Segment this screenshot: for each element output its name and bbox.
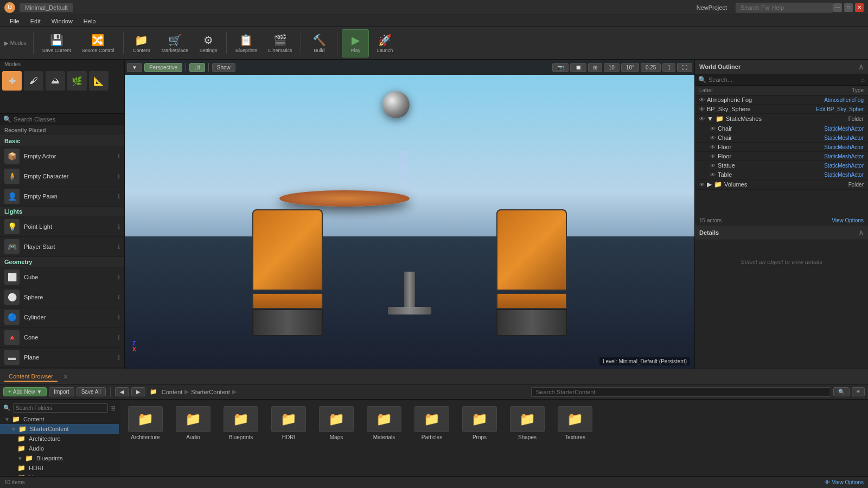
settings-button[interactable]: ⚙ Settings: [195, 29, 222, 57]
category-geometry[interactable]: Geometry: [0, 257, 124, 267]
empty-pawn-info[interactable]: ℹ: [118, 193, 120, 200]
menu-window[interactable]: Window: [46, 15, 78, 27]
outliner-search-submit[interactable]: ⌕: [861, 76, 865, 84]
cb-filter-button[interactable]: ≡: [852, 387, 865, 396]
cb-import-button[interactable]: Import: [49, 387, 74, 396]
play-button[interactable]: ▶ Play: [342, 29, 369, 57]
cb-folder-search-input[interactable]: [13, 403, 108, 413]
maximize-button[interactable]: □: [844, 3, 853, 12]
cb-tab-content-browser[interactable]: Content Browser: [4, 372, 58, 382]
outliner-row-floor1[interactable]: 👁 Floor StaticMeshActor: [695, 143, 868, 152]
menu-file[interactable]: File: [4, 15, 25, 27]
menu-help[interactable]: Help: [78, 15, 101, 27]
view-options-link[interactable]: View Options: [832, 217, 864, 223]
bp-sky-type-link[interactable]: Edit BP_Sky_Spher: [816, 106, 864, 112]
content-item-audio[interactable]: 📁 Audio: [171, 404, 215, 442]
folder-architecture[interactable]: 📁 Architecture: [0, 434, 119, 444]
content-item-architecture[interactable]: 📁 Architecture: [124, 404, 167, 442]
place-item-point-light[interactable]: 💡 Point Light ℹ: [0, 217, 124, 237]
place-item-empty-pawn[interactable]: 👤 Empty Pawn ℹ: [0, 187, 124, 207]
cb-view-options[interactable]: 👁 View Options: [825, 479, 864, 485]
place-item-sphere[interactable]: ⚪ Sphere ℹ: [0, 287, 124, 307]
folder-audio[interactable]: 📁 Audio: [0, 444, 119, 453]
cb-nav-forward[interactable]: ▶: [131, 387, 145, 396]
player-start-info[interactable]: ℹ: [118, 243, 120, 251]
folder-starter-content[interactable]: ▼ 📁 StarterContent: [0, 424, 119, 434]
vp-grid-button[interactable]: ⊞: [588, 63, 602, 72]
folder-sc-expand[interactable]: ▼: [11, 426, 16, 432]
expand-static-meshes[interactable]: ▼: [707, 115, 713, 123]
mode-mesh[interactable]: 📐: [89, 71, 108, 91]
build-button[interactable]: 🔨 Build: [305, 29, 333, 57]
vp-snap-button[interactable]: 🔲: [570, 63, 586, 72]
mode-place[interactable]: ✚: [2, 71, 22, 91]
close-button[interactable]: ✕: [855, 3, 864, 12]
expand-volumes[interactable]: ▶: [707, 181, 712, 188]
outliner-collapse[interactable]: ∧: [858, 62, 864, 71]
launch-button[interactable]: 🚀 Launch: [371, 29, 398, 57]
cb-close-button[interactable]: ✕: [63, 373, 68, 381]
viewport-options-button[interactable]: ▼: [127, 63, 142, 72]
cb-save-all-button[interactable]: Save All: [76, 387, 106, 396]
show-button[interactable]: Show: [212, 63, 235, 72]
place-item-cone[interactable]: 🔺 Cone ℹ: [0, 328, 124, 348]
place-item-empty-actor[interactable]: 📦 Empty Actor ℹ: [0, 146, 124, 166]
vis-toggle-9[interactable]: 👁: [699, 182, 705, 188]
content-item-textures[interactable]: 📁 Textures: [553, 404, 597, 442]
lit-button[interactable]: Lit: [189, 63, 205, 72]
save-current-button[interactable]: 💾 Save Current: [38, 29, 75, 57]
source-control-button[interactable]: 🔀 Source Control: [78, 29, 119, 57]
vp-camera-button[interactable]: 📷: [552, 63, 569, 72]
vis-toggle-3[interactable]: 👁: [710, 126, 716, 132]
vp-fullscreen-button[interactable]: ⛶: [677, 63, 692, 72]
breadcrumb-content[interactable]: Content: [162, 389, 183, 395]
vis-toggle-7[interactable]: 👁: [710, 163, 716, 169]
plane-info[interactable]: ℹ: [118, 354, 120, 361]
search-classes-input[interactable]: [14, 116, 121, 123]
blueprints-button[interactable]: 📋 Blueprints: [231, 29, 261, 57]
mode-landscape[interactable]: ⛰: [46, 71, 65, 91]
outliner-row-static-meshes[interactable]: 👁 ▼ 📁 StaticMeshes Folder: [695, 114, 868, 124]
category-basic[interactable]: Basic: [0, 136, 124, 146]
outliner-row-chair1[interactable]: 👁 Chair StaticMeshActor: [695, 124, 868, 133]
perspective-button[interactable]: Perspective: [144, 63, 182, 72]
outliner-row-table[interactable]: 👁 Table StaticMeshActor: [695, 170, 868, 179]
empty-actor-info[interactable]: ℹ: [118, 153, 120, 160]
cb-search-input[interactable]: [531, 387, 831, 397]
folder-content[interactable]: ▼ 📁 Content: [0, 414, 119, 424]
place-item-cylinder[interactable]: 🔵 Cylinder ℹ: [0, 307, 124, 328]
place-item-plane[interactable]: ▬ Plane ℹ: [0, 348, 124, 368]
folder-bp-expand[interactable]: ▼: [17, 455, 23, 461]
content-item-shapes[interactable]: 📁 Shapes: [506, 404, 549, 442]
vis-toggle-1[interactable]: 👁: [699, 106, 705, 112]
outliner-row-chair2[interactable]: 👁 Chair StaticMeshActor: [695, 133, 868, 143]
place-item-player-start[interactable]: 🎮 Player Start ℹ: [0, 237, 124, 257]
folder-search-options[interactable]: ⊞: [110, 404, 116, 412]
content-button[interactable]: 📁 Content: [128, 29, 155, 57]
empty-character-info[interactable]: ℹ: [118, 173, 120, 180]
cinematics-button[interactable]: 🎬 Cinematics: [264, 29, 297, 57]
place-item-cube[interactable]: ⬜ Cube ℹ: [0, 267, 124, 287]
content-item-props[interactable]: 📁 Props: [458, 404, 501, 442]
place-item-empty-character[interactable]: 🧍 Empty Character ℹ: [0, 166, 124, 187]
folder-content-expand[interactable]: ▼: [4, 416, 10, 422]
cylinder-info[interactable]: ℹ: [118, 314, 120, 321]
point-light-info[interactable]: ℹ: [118, 223, 120, 230]
content-item-maps[interactable]: 📁 Maps: [315, 404, 358, 442]
outliner-search-input[interactable]: [709, 76, 859, 83]
mode-paint[interactable]: 🖌: [24, 71, 43, 91]
folder-blueprints[interactable]: ▼ 📁 Blueprints: [0, 453, 119, 463]
folder-hdri[interactable]: 📁 HDRI: [0, 463, 119, 473]
cb-add-new-button[interactable]: + Add New ▼: [3, 387, 47, 396]
minimize-button[interactable]: —: [833, 3, 842, 12]
content-item-blueprints[interactable]: 📁 Blueprints: [219, 404, 263, 442]
vis-toggle-0[interactable]: 👁: [699, 97, 705, 103]
vis-toggle-2[interactable]: 👁: [699, 116, 705, 122]
vis-toggle-6[interactable]: 👁: [710, 153, 716, 159]
outliner-row-volumes[interactable]: 👁 ▶ 📁 Volumes Folder: [695, 179, 868, 190]
outliner-row-floor2[interactable]: 👁 Floor StaticMeshActor: [695, 152, 868, 161]
content-item-materials[interactable]: 📁 Materials: [362, 404, 406, 442]
place-item-box-trigger[interactable]: 📐 Box Trigger ℹ: [0, 368, 124, 369]
cone-info[interactable]: ℹ: [118, 334, 120, 341]
vis-toggle-4[interactable]: 👁: [710, 135, 716, 141]
